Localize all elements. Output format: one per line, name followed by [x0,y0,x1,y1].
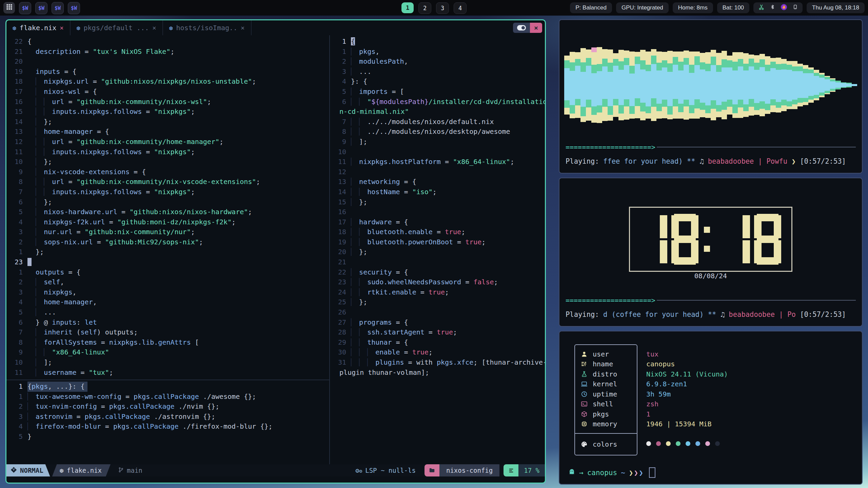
fetch-row-distro: distro [575,369,637,379]
status-chip-1[interactable]: P: Balanced [570,2,612,13]
code-text: }: { [351,77,367,87]
folder-icon [425,464,439,476]
fetch-row-uptime: uptime [575,389,637,399]
code-line: plugin thunar-volman]; [330,368,545,378]
git-branch[interactable]: main [111,464,142,476]
datetime-widget[interactable]: Thu Aug 08, 18:18 [807,2,865,13]
line-number: 7 [6,327,27,338]
code-line: 1{pkgs, ...}: { [6,382,329,392]
seven-segment-clock [629,207,792,272]
uptime-icon [580,391,588,398]
code-text: ▏ ▏ rtkit.enable = true; [351,287,449,298]
fetch-row-hname: hname [575,359,637,369]
code-text: ▏ nix-vscode-extensions = { [27,167,146,177]
code-pane-iso-image[interactable]: 1{1▏ pkgs,2▏ modulesPath,3▏ ...4}: {5▏ i… [330,35,545,464]
line-number: 5 [6,207,27,217]
phone-icon[interactable] [793,4,798,12]
fetch-value-shell: zsh [646,399,728,409]
viz-bar [814,27,819,143]
viz-bar [835,27,841,143]
code-line: 2▏ tux-nvim-config = pkgs.callPackage ./… [6,402,329,412]
line-number: 4 [330,77,351,87]
status-chip-3[interactable]: Home: 8ms [673,2,713,13]
code-line: 5▏ imports = [ [330,87,545,97]
workspace-tag-1[interactable]: 1 [401,2,414,13]
viz-bar [787,27,792,143]
viz-bar [586,27,591,143]
viz-bar [684,27,689,143]
code-pane-pkgs-default[interactable]: 1{pkgs, ...}: {1▏ tux-awesome-wm-config … [6,380,329,464]
app-window-button-3[interactable]: $W [52,2,64,14]
tab-close-icon[interactable]: × [241,24,244,32]
tab-close-icon[interactable]: × [152,24,156,32]
code-line: 12 ▏ ▏ url = "github:nix-community/home-… [6,137,329,147]
status-chip-4[interactable]: Bat: 100 [717,2,749,13]
buffer-close-button[interactable]: × [530,23,542,33]
viz-bar [700,27,705,143]
code-text: ▏ ▏ hostName = "iso"; [351,187,437,197]
network-icon[interactable] [758,4,765,12]
line-number: 17 [6,87,27,97]
fetch-row-kernel: kernel [575,379,637,389]
tab-close-icon[interactable]: × [60,24,63,32]
viz-bar [694,27,700,143]
shell-prompt[interactable]: → canopus ~ ❯❯❯ [568,467,655,478]
app-window-button-2[interactable]: $W [35,2,47,14]
line-number: 6 [330,97,351,107]
code-text: ▏ home-manager, [27,297,97,307]
fetch-label: user [593,350,609,358]
line-number: 11 [6,147,27,157]
code-line: 7 ▏ inherit (self) outputs; [6,327,329,338]
code-line: 15▏ }; [330,197,545,207]
bluetooth-icon[interactable] [770,4,775,12]
browser-icon[interactable] [781,4,787,12]
code-line: 13 ▏ home-manager = { [6,127,329,137]
workspace-tag-4[interactable]: 4 [454,2,467,14]
clock-colon [703,214,711,265]
code-line: 17▏ hardware = { [330,217,545,227]
tab-hosts-isoimag-[interactable]: ❆hosts/isoImag..× [163,20,252,35]
workspace-tag-2[interactable]: 2 [418,2,431,14]
tab-pkgs-default-[interactable]: ❆pkgs/default ...× [71,20,163,35]
code-text: ▏ astronvim = pkgs.callPackage ./astronv… [27,412,215,422]
viz-bar [765,27,770,143]
app-launcher-button[interactable] [3,2,15,14]
viz-bar [597,27,602,143]
code-text: { [351,37,355,47]
code-line: 19 inputs = { [6,67,329,77]
project-name[interactable]: nixos-config [439,464,499,476]
code-text: ▏ }; [27,117,52,127]
viz-bar [602,27,608,143]
app-window-button-4[interactable]: $W [68,2,80,14]
code-text: ▏ nixpkgs.hostPlatform = "x86_64-linux"; [351,157,514,167]
line-number: 18 [330,227,351,237]
code-text: ▏ networking = { [351,177,416,187]
code-pane-flake[interactable]: 22{21 description = "tux's NixOS Flake";… [6,35,329,380]
statusline: NORMAL ❆ flake.nix main ⚙⚙ LSP ~ null-ls… [6,464,545,476]
gear-icon: ⚙⚙ [355,467,362,474]
line-number: 1 [330,47,351,57]
workspace-tag-3[interactable]: 3 [436,2,449,14]
code-line: 4 ▏ home-manager, [6,297,329,307]
status-chip-2[interactable]: GPU: Integrated [616,2,669,13]
code-line: 5} [6,432,329,442]
code-line: 19▏ ▏ bluetooth.powerOnBoot = true; [330,237,545,247]
code-line: 9 ▏ nix-vscode-extensions = { [6,167,329,177]
fetch-info-box: userhnamedistrokerneluptimeshellpkgsmemo… [574,344,637,455]
line-number: 14 [330,187,351,197]
prompt-host: canopus [587,469,617,477]
code-text: n-cd-minimal.nix" [339,107,409,117]
neovim-window: ❆flake.nix×❆pkgs/default ...×❆hosts/isoI… [5,19,546,484]
line-number: 3 [6,412,27,422]
fetch-row-memory: memory [575,419,637,429]
git-branch-icon [118,467,124,474]
line-number: 2 [6,402,27,412]
line-number: 4 [6,217,27,227]
code-text: ▏ nixos-wsl = { [27,87,97,97]
code-text: ▏ nixos-hardware.url = "github:nixos/nix… [27,207,252,217]
app-window-button-1[interactable]: $W [19,2,31,14]
tab-pin-toggle[interactable] [513,23,530,33]
statusline-filename[interactable]: ❆ flake.nix [52,464,111,476]
tab-flake-nix[interactable]: ❆flake.nix× [6,20,71,35]
code-line: 1▏ tux-awesome-wm-config = pkgs.callPack… [6,392,329,402]
